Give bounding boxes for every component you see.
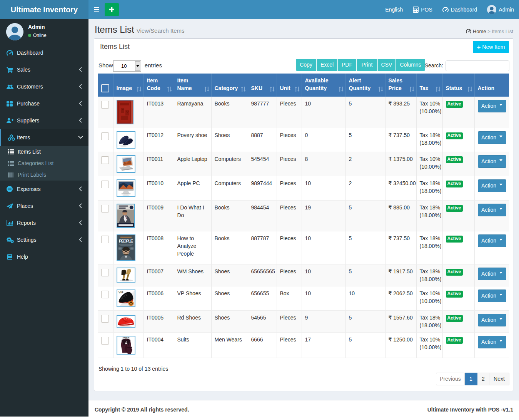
svg-text:GENTLE: GENTLE — [123, 337, 129, 338]
svg-text:VIP: VIP — [118, 291, 123, 294]
svg-text:PEOPLE: PEOPLE — [119, 239, 133, 243]
